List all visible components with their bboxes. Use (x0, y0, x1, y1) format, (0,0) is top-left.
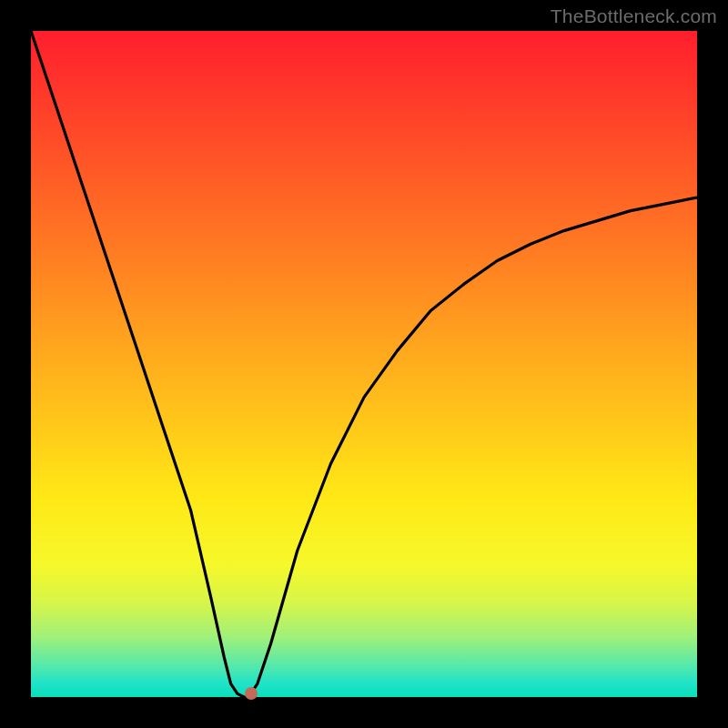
bottleneck-curve (31, 31, 697, 697)
chart-frame: TheBottleneck.com (0, 0, 728, 728)
attribution-text: TheBottleneck.com (551, 5, 717, 27)
min-marker (245, 687, 258, 700)
